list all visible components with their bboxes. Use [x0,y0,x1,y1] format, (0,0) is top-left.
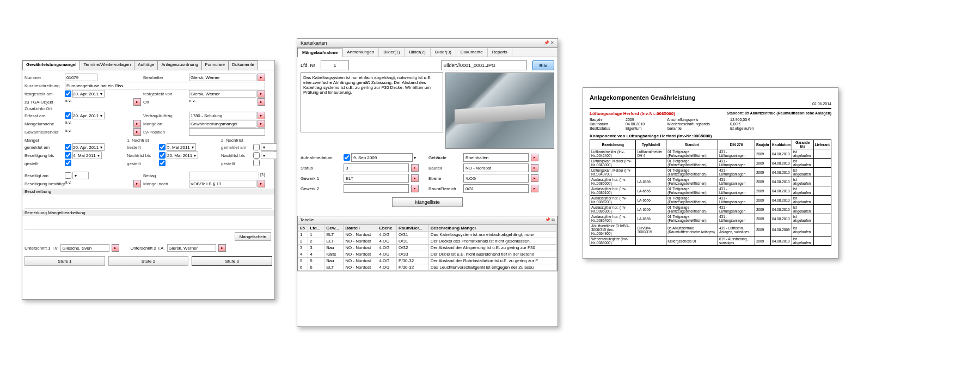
table-row[interactable]: 55BauNO - Nordost4.OGP/30-32Der Abstand … [298,258,557,264]
chk-nfbis2[interactable] [253,152,260,159]
select-bearbeiter-icon[interactable] [258,74,265,81]
input-mangelart[interactable] [189,120,256,128]
mangelschein-button[interactable]: Mangelschein [235,232,271,241]
select-mangelart-icon[interactable] [258,120,265,128]
input-ebene[interactable] [463,174,529,183]
select-gewaehr-icon[interactable] [133,128,141,136]
table-header[interactable]: Bauteil [344,225,377,232]
input-status[interactable] [344,163,409,172]
defect-image[interactable] [445,72,554,149]
select-tga-icon[interactable] [133,98,141,106]
select-bauteil-icon[interactable] [531,164,538,172]
date-nfbis2[interactable]: ▾ [261,151,277,159]
input-nummer[interactable] [65,74,97,81]
chk-beseitbis[interactable] [65,152,71,159]
input-vertrag[interactable] [189,112,256,119]
date-gemeldet[interactable]: 20. Apr. 2011▾ [72,143,105,151]
table-row[interactable]: 66ELTNO - Nordost4.OGP/30-32Das Leuchten… [298,264,557,271]
textarea-bemerkung[interactable] [24,217,272,230]
date-gestellt1[interactable]: 5. Mai 2011▾ [167,143,196,151]
chk-gestellt-a[interactable] [65,160,71,166]
table-row[interactable]: 22ELTNO - Nordost4.OGO/31Der Deckel des … [298,238,557,245]
select-ursache-icon[interactable] [133,120,141,128]
select-mangelnach-icon[interactable] [258,180,265,187]
chk-gemeldet[interactable] [65,144,71,150]
pin2-icon[interactable]: 📌 [545,217,550,222]
input-lfdnr[interactable] [321,60,349,70]
chk-gemeldet2[interactable] [253,144,260,150]
table-row[interactable]: 33BauNO - Nordost4.OGO/32Der Abstand der… [298,245,557,251]
select-beseitbest-icon[interactable] [133,180,141,187]
chk-beseitigt-am[interactable] [65,172,71,179]
input-bearbeiter[interactable] [189,74,256,81]
table-row[interactable]: 44KälteNO - Nordost4.OGO/33Der Dübel ist… [298,251,557,258]
tab-bilder2[interactable]: Bilder(2) [405,48,430,57]
tab-formulare[interactable]: Formulare [201,60,229,70]
select-vertrag-icon[interactable] [258,112,265,119]
copy-icon[interactable]: ⧉ [552,217,555,222]
tab-gewaehrleistungsmangel[interactable]: Gewährleistungsmangel [22,60,80,70]
input-gewerk1[interactable] [344,174,409,183]
bild-button[interactable]: Bild [532,60,554,70]
date-erfasst[interactable]: 20. Apr. 2011▾ [72,112,105,119]
date-nfbis1[interactable]: 25. Mai 2011▾ [167,151,198,159]
select-gebaude-icon[interactable] [531,154,538,161]
mangelliste-button[interactable]: Mängelliste [392,197,463,207]
tab-dokumente2[interactable]: Dokumente [456,48,488,57]
input-gewerk2[interactable] [344,184,409,193]
select-u1-icon[interactable] [112,244,119,252]
select-u2-icon[interactable] [218,244,226,252]
select-raum-icon[interactable] [531,185,538,192]
input-betrag[interactable] [189,172,259,179]
input-bauteil[interactable] [463,163,529,172]
select-gewerk1-icon[interactable] [411,174,419,182]
chk-aufnahme[interactable] [344,154,350,161]
input-mangel-nach[interactable] [189,180,256,187]
select-gewerk2-icon[interactable] [411,185,419,192]
input-lvposition[interactable] [189,128,265,136]
tab-termine[interactable]: Termine/Wiedervorlagen [79,60,134,70]
tab-dokumente[interactable]: Dokumente [228,60,258,70]
input-gebaude[interactable] [463,153,529,162]
close-icon[interactable]: ✕ [550,40,554,45]
tab-reports[interactable]: Reports [488,48,512,57]
chk-gestellt-c[interactable] [253,160,260,166]
date-aufnahme[interactable] [351,153,413,162]
table-header[interactable]: Ebene [377,225,397,232]
tab-auftraege[interactable]: Aufträge [134,60,158,70]
chk-festgestellt[interactable] [65,90,71,97]
tab-anmerkungen[interactable]: Anmerkungen [342,48,379,57]
date-beseitigt-am[interactable]: ▾ [72,172,89,179]
select-festvon-icon[interactable] [258,90,265,98]
chk-erfasst[interactable] [65,112,71,119]
input-kurzbeschreibung[interactable] [65,82,265,89]
table-header[interactable]: Beschreibung Mangel [428,225,556,232]
table-header[interactable]: Gew... [324,225,344,232]
tab-anlagenzuordnung[interactable]: Anlagenzuordnung [157,60,201,70]
chevron-down-icon[interactable]: ▾ [414,155,416,160]
date-beseitbis[interactable]: 4. Mai 2011▾ [72,151,102,159]
stufe3-button[interactable]: Stufe 3 [192,256,272,266]
select-ebene-icon[interactable] [531,174,538,182]
pin-icon[interactable]: 📌 [544,40,549,45]
table-row[interactable]: 11ELTNO - Nordost4.OGO/31Das Kabeltragsy… [298,232,557,238]
table-header[interactable]: Lfd... [308,225,324,232]
select-ort-icon[interactable] [258,98,265,106]
tab-bilder3[interactable]: Bilder(3) [431,48,456,57]
table-header[interactable]: 65 [298,225,308,232]
input-unterschrift2[interactable] [167,244,216,252]
description-textarea[interactable]: Das Kabeltragsystem ist nur einfach abge… [301,72,443,132]
select-status-icon[interactable] [411,164,419,172]
tab-bilder1[interactable]: Bilder(1) [379,48,405,57]
stufe2-button[interactable]: Stufe 2 [108,256,189,266]
chk-gestellt-b[interactable] [159,160,166,166]
date-gemeldet2[interactable]: ▾ [261,143,277,151]
input-raum[interactable] [463,184,529,193]
chk-nfbis1[interactable] [159,152,166,159]
input-imgpath[interactable] [441,60,528,70]
textarea-beschreibung[interactable] [24,196,272,209]
input-festgestellt-von[interactable] [189,90,256,98]
stufe1-button[interactable]: Stufe 1 [24,256,105,266]
table-header[interactable]: Raum/Ber... [397,225,429,232]
tab-mangelaufnahme[interactable]: Mängelaufnahme [297,48,342,57]
